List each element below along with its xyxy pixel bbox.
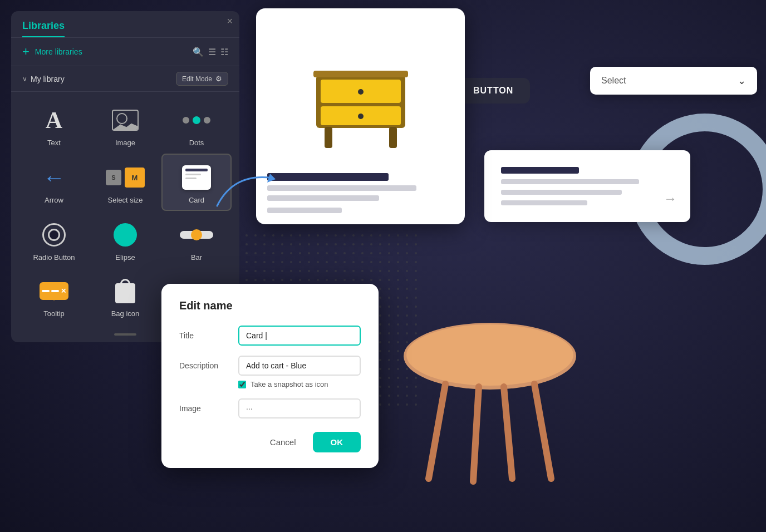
card-price-line (267, 208, 342, 213)
panel-header: Libraries (11, 11, 239, 38)
text-label: Text (47, 139, 61, 147)
tooltip-label: Tooltip (43, 309, 65, 318)
image-input-wrap (238, 398, 361, 418)
card-desc-line-1 (267, 185, 416, 191)
list-icon[interactable]: ☰ (208, 47, 216, 57)
svg-line-14 (534, 384, 551, 479)
edit-mode-label: Edit Mode (182, 75, 212, 83)
card-desc-line-2 (267, 195, 379, 201)
image-icon (109, 106, 142, 134)
panel-sublabel: My library Edit Mode ⚙ (11, 66, 239, 92)
right-arrow-icon: → (664, 191, 677, 206)
svg-rect-7 (313, 71, 408, 77)
arrow-icon: ← (37, 164, 71, 191)
main-card-preview (256, 8, 465, 224)
gear-icon: ⚙ (215, 75, 222, 83)
dots-label: Dots (189, 139, 204, 147)
select-preview[interactable]: Select ⌄ (590, 67, 757, 95)
description-label: Description (179, 356, 229, 370)
card-label: Card (189, 196, 204, 204)
edit-name-dialog: Edit name Title Description Take a snaps… (161, 284, 379, 468)
close-icon[interactable]: × (227, 16, 233, 27)
round-table-decor (401, 289, 579, 492)
image-field-row: Image (179, 398, 361, 418)
search-icon[interactable]: 🔍 (193, 47, 204, 57)
sidebar-item-select-size[interactable]: S M Select size (90, 154, 160, 211)
sidebar-item-text[interactable]: A Text (19, 97, 89, 152)
sc-desc-line-2 (501, 190, 622, 195)
svg-rect-6 (389, 127, 397, 148)
description-input-wrap: Take a snapshot as icon (238, 356, 361, 388)
title-input-wrap (238, 326, 361, 346)
libraries-title: Libraries (22, 20, 65, 37)
toolbar-icons: 🔍 ☰ ☷ (193, 47, 228, 57)
bar-icon (180, 221, 213, 249)
ok-button[interactable]: OK (313, 432, 361, 452)
chevron-down-icon: ⌄ (738, 75, 746, 87)
svg-point-12 (406, 324, 573, 386)
sc-desc-line-3 (501, 200, 587, 205)
more-libraries-link[interactable]: More libraries (35, 47, 187, 56)
dialog-actions: Cancel OK (179, 432, 361, 452)
dialog-title: Edit name (179, 299, 361, 312)
select-size-icon: S M (109, 164, 142, 191)
title-field-row: Title (179, 326, 361, 346)
bag-icon (109, 277, 142, 305)
arrow-label: Arrow (45, 196, 63, 204)
sidebar-item-radio-button[interactable]: Radio Button (19, 212, 89, 267)
small-card-preview: → (484, 150, 690, 222)
image-label: Image (115, 139, 135, 147)
my-library-label: My library (22, 75, 65, 83)
title-input[interactable] (238, 326, 361, 346)
select-text: Select (601, 76, 626, 86)
image-input[interactable] (238, 398, 361, 418)
select-size-label: Select size (108, 196, 143, 204)
svg-point-4 (358, 114, 364, 119)
text-icon: A (37, 106, 71, 134)
button-preview[interactable]: BUTTON (456, 78, 530, 104)
card-icon (180, 164, 213, 191)
card-title-line (267, 173, 389, 181)
snapshot-checkbox-row: Take a snapshot as icon (238, 380, 361, 388)
sidebar-item-arrow[interactable]: ← Arrow (19, 154, 89, 211)
sc-desc-line-1 (501, 179, 639, 184)
arrow-curve-svg (212, 161, 278, 217)
scroll-indicator (114, 333, 136, 336)
bar-label: Bar (191, 253, 202, 262)
cancel-button[interactable]: Cancel (261, 432, 305, 452)
svg-rect-5 (325, 127, 332, 148)
description-field-row: Description Take a snapshot as icon (179, 356, 361, 388)
snapshot-label: Take a snapshot as icon (251, 380, 328, 388)
sidebar-item-tooltip[interactable]: ✕ Tooltip (19, 268, 89, 323)
dots-icon (180, 106, 213, 134)
sidebar-item-dots[interactable]: Dots (161, 97, 232, 152)
svg-line-15 (473, 387, 479, 481)
small-card-lines (501, 167, 674, 205)
add-library-button[interactable]: + (22, 45, 30, 59)
image-label: Image (179, 398, 229, 413)
sc-title-line (501, 167, 579, 174)
sidebar-item-elipse[interactable]: Elipse (90, 212, 160, 267)
title-label: Title (179, 326, 229, 340)
snapshot-checkbox[interactable] (238, 381, 246, 388)
edit-mode-button[interactable]: Edit Mode ⚙ (176, 72, 228, 86)
elipse-icon (109, 221, 142, 249)
sidebar-item-bar[interactable]: Bar (161, 212, 232, 267)
grid-icon[interactable]: ☷ (220, 47, 228, 57)
radio-button-label: Radio Button (33, 253, 75, 262)
sidebar-item-image[interactable]: Image (90, 97, 160, 152)
card-content-lines (267, 173, 454, 213)
svg-line-13 (429, 384, 445, 479)
radio-button-icon (37, 221, 71, 249)
nightstand-svg (299, 31, 422, 153)
description-input[interactable] (238, 356, 361, 376)
furniture-image (267, 19, 454, 164)
svg-point-3 (358, 89, 364, 95)
tooltip-icon: ✕ (37, 277, 71, 305)
svg-line-16 (504, 387, 512, 479)
panel-toolbar: + More libraries 🔍 ☰ ☷ (11, 38, 239, 66)
sidebar-item-bag-icon[interactable]: Bag icon (90, 268, 160, 323)
elipse-label: Elipse (115, 253, 135, 262)
button-label: BUTTON (473, 86, 513, 95)
bag-icon-label: Bag icon (111, 309, 140, 318)
